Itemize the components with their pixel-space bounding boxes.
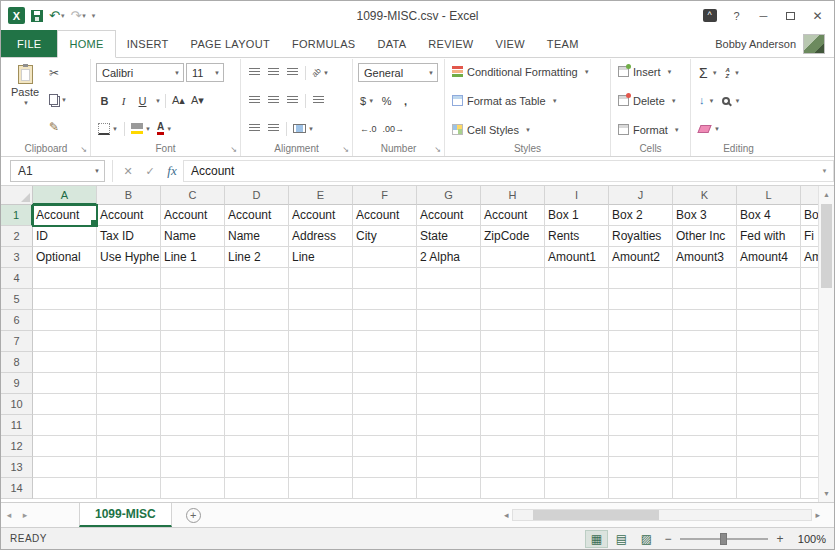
cell-D1[interactable]: Account	[225, 205, 289, 226]
hscroll-right-arrow[interactable]: ▸	[815, 510, 820, 520]
cell-F11[interactable]	[353, 415, 417, 436]
normal-view-button[interactable]: ▦	[585, 530, 608, 548]
cell-B9[interactable]	[97, 373, 161, 394]
cell-K2[interactable]: Other Inc	[673, 226, 737, 247]
cell-C4[interactable]	[161, 268, 225, 289]
cell-F13[interactable]	[353, 457, 417, 478]
cut-button[interactable]: ✂	[47, 64, 69, 81]
sheet-nav-left-button[interactable]: ◂	[1, 503, 17, 527]
cell-L7[interactable]	[737, 331, 801, 352]
column-header-K[interactable]: K	[673, 186, 737, 205]
zoom-out-button[interactable]: −	[660, 532, 676, 546]
tab-view[interactable]: VIEW	[485, 30, 536, 57]
comma-style-button[interactable]: ,	[397, 92, 414, 110]
number-dialog-launcher[interactable]: ↘	[434, 146, 441, 154]
cell-H10[interactable]	[481, 394, 545, 415]
cell-A13[interactable]	[33, 457, 97, 478]
cell-D5[interactable]	[225, 289, 289, 310]
cell-H2[interactable]: ZipCode	[481, 226, 545, 247]
cell-E1[interactable]: Account	[289, 205, 353, 226]
cell-C3[interactable]: Line 1	[161, 247, 225, 268]
name-box[interactable]: A1▼	[10, 160, 105, 182]
cell-E4[interactable]	[289, 268, 353, 289]
cell-M12[interactable]	[801, 436, 818, 457]
wrap-text-button[interactable]	[310, 92, 327, 110]
grow-font-button[interactable]: A▴	[170, 92, 187, 110]
cell-I2[interactable]: Rents	[545, 226, 609, 247]
formula-input[interactable]: Account	[183, 160, 816, 182]
alignment-dialog-launcher[interactable]: ↘	[342, 146, 349, 154]
cell-E6[interactable]	[289, 310, 353, 331]
cell-G14[interactable]	[417, 478, 481, 499]
cell-D7[interactable]	[225, 331, 289, 352]
cell-B1[interactable]: Account	[97, 205, 161, 226]
cell-M14[interactable]	[801, 478, 818, 499]
cell-D10[interactable]	[225, 394, 289, 415]
underline-button[interactable]: U	[134, 92, 151, 110]
zoom-slider[interactable]	[680, 538, 768, 540]
cell-E12[interactable]	[289, 436, 353, 457]
cell-C14[interactable]	[161, 478, 225, 499]
column-header-D[interactable]: D	[225, 186, 289, 205]
enter-button[interactable]: ✓	[139, 160, 161, 182]
zoom-in-button[interactable]: +	[772, 532, 788, 546]
tab-data[interactable]: DATA	[366, 30, 417, 57]
cell-E2[interactable]: Address	[289, 226, 353, 247]
cell-F4[interactable]	[353, 268, 417, 289]
cell-J7[interactable]	[609, 331, 673, 352]
cell-F6[interactable]	[353, 310, 417, 331]
bold-button[interactable]: B	[96, 92, 113, 110]
format-as-table-button[interactable]: Format as Table▼	[450, 91, 605, 110]
cell-F14[interactable]	[353, 478, 417, 499]
decrease-indent-button[interactable]	[246, 120, 263, 138]
cell-L3[interactable]: Amount4	[737, 247, 801, 268]
row-header-4[interactable]: 4	[1, 268, 33, 289]
cell-L5[interactable]	[737, 289, 801, 310]
close-button[interactable]: ✕	[804, 5, 831, 26]
cell-J10[interactable]	[609, 394, 673, 415]
autosum-button[interactable]: Σ▼	[696, 64, 721, 82]
cell-I10[interactable]	[545, 394, 609, 415]
cell-C11[interactable]	[161, 415, 225, 436]
cell-G6[interactable]	[417, 310, 481, 331]
cell-C5[interactable]	[161, 289, 225, 310]
tab-insert[interactable]: INSERT	[116, 30, 180, 57]
format-painter-button[interactable]: ✎	[47, 118, 69, 135]
row-header-10[interactable]: 10	[1, 394, 33, 415]
cell-F5[interactable]	[353, 289, 417, 310]
row-header-3[interactable]: 3	[1, 247, 33, 268]
row-header-11[interactable]: 11	[1, 415, 33, 436]
cell-H11[interactable]	[481, 415, 545, 436]
cell-D14[interactable]	[225, 478, 289, 499]
undo-dropdown-arrow[interactable]: ▾	[61, 12, 65, 20]
tab-team[interactable]: TEAM	[536, 30, 590, 57]
cell-G1[interactable]: Account	[417, 205, 481, 226]
column-header-H[interactable]: H	[481, 186, 545, 205]
cell-G2[interactable]: State	[417, 226, 481, 247]
column-header-I[interactable]: I	[545, 186, 609, 205]
align-middle-button[interactable]	[265, 64, 282, 82]
decrease-decimal-button[interactable]: .00→	[381, 120, 407, 138]
cell-D9[interactable]	[225, 373, 289, 394]
cell-K3[interactable]: Amount3	[673, 247, 737, 268]
cell-M7[interactable]	[801, 331, 818, 352]
customize-qat-button[interactable]: ▾	[92, 12, 96, 20]
row-header-9[interactable]: 9	[1, 373, 33, 394]
cell-C1[interactable]: Account	[161, 205, 225, 226]
cell-E9[interactable]	[289, 373, 353, 394]
column-header-J[interactable]: J	[609, 186, 673, 205]
cell-A11[interactable]	[33, 415, 97, 436]
cell-I9[interactable]	[545, 373, 609, 394]
row-header-6[interactable]: 6	[1, 310, 33, 331]
cell-B6[interactable]	[97, 310, 161, 331]
cell-I4[interactable]	[545, 268, 609, 289]
select-all-corner[interactable]	[1, 186, 33, 205]
column-header-L[interactable]: L	[737, 186, 801, 205]
cell-B13[interactable]	[97, 457, 161, 478]
cell-H8[interactable]	[481, 352, 545, 373]
cell-L13[interactable]	[737, 457, 801, 478]
vertical-scroll-thumb[interactable]	[821, 204, 832, 288]
cell-K10[interactable]	[673, 394, 737, 415]
page-break-view-button[interactable]: ▨	[635, 530, 658, 548]
cell-H1[interactable]: Account	[481, 205, 545, 226]
